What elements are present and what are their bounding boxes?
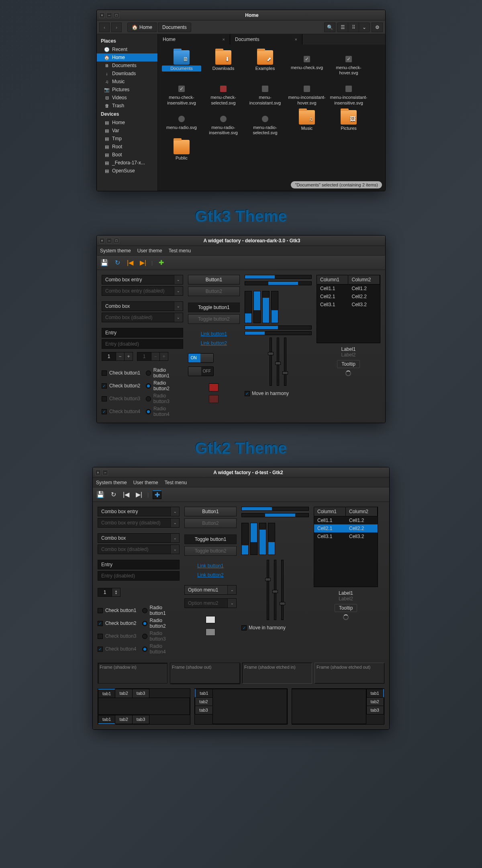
close-icon[interactable]: × [223, 37, 225, 42]
close-icon[interactable]: × [295, 37, 297, 42]
tree-view[interactable]: Column1Column2 Cell1.1Cell1.2Cell2.1Cell… [314, 507, 378, 587]
radio-icon[interactable] [146, 383, 151, 389]
tab-home[interactable]: Home× [158, 34, 230, 45]
equalizer[interactable] [245, 291, 312, 323]
slider-vertical[interactable] [274, 560, 276, 620]
minimize-icon[interactable]: – [106, 238, 112, 244]
file-item[interactable]: Public [162, 138, 201, 161]
chevron-down-icon[interactable]: ⌄ [170, 534, 179, 542]
check-radio-row[interactable]: Check button1Radio button1 [98, 604, 180, 617]
harmony-checkbox[interactable]: ✓Move in harmony [241, 625, 309, 631]
spin-button[interactable]: 1−+ [102, 352, 133, 361]
table-row[interactable]: Cell1.1Cell1.2 [317, 285, 380, 293]
tree-view[interactable]: Column1Column2 Cell1.1Cell1.2Cell2.1Cell… [317, 275, 380, 343]
slider-horizontal[interactable] [245, 326, 312, 330]
file-item[interactable]: ⬈Examples [245, 49, 285, 76]
switch-off[interactable]: OFF [188, 366, 214, 376]
table-row[interactable]: Cell2.1Cell2.2 [317, 293, 380, 301]
tab1[interactable]: tab1 [366, 689, 384, 698]
toggle-button1[interactable]: Toggle button1 [188, 303, 240, 312]
slider-vertical[interactable] [270, 338, 272, 386]
toggle-button1[interactable]: Toggle button1 [184, 534, 237, 544]
menu-test[interactable]: Test menu [165, 480, 187, 485]
add-icon[interactable]: ✚ [157, 258, 165, 267]
slider-vertical[interactable] [281, 560, 284, 620]
sidebar-device-opensuse[interactable]: ▤OpenSuse [97, 167, 157, 175]
add-icon[interactable]: ✚ [153, 490, 161, 499]
file-item[interactable]: 🖼Pictures [329, 108, 368, 136]
checkbox-icon[interactable]: ✓ [102, 383, 107, 389]
file-item[interactable]: menu-radio.svg [162, 108, 201, 136]
switch-on[interactable]: ON [188, 353, 214, 363]
sidebar-device-root[interactable]: ▤Root [97, 143, 157, 151]
menu-user-theme[interactable]: User theme [133, 480, 158, 485]
file-item[interactable]: menu-inconsistant-insensitive.svg [329, 78, 368, 106]
titlebar[interactable]: × – A widget factory - d-test - Gtk2 [93, 467, 389, 478]
color-button[interactable] [209, 383, 219, 391]
file-item[interactable]: 🗎Documents [162, 49, 201, 76]
button1[interactable]: Button1 [188, 275, 240, 285]
link-button1[interactable]: Link button1 [184, 562, 237, 569]
tab-documents[interactable]: Documents× [230, 34, 302, 45]
chevron-down-icon[interactable]: ⌄ [174, 302, 183, 311]
search-icon[interactable]: 🔍 [324, 23, 335, 32]
menu-system-theme[interactable]: System theme [96, 480, 127, 485]
file-item[interactable]: menu-inconsistant-hover.svg [287, 78, 327, 106]
titlebar[interactable]: × – □ A widget factory - delorean-dark-3… [97, 235, 385, 246]
checkbox-icon[interactable] [102, 371, 107, 376]
checkbox-icon[interactable]: ✓ [98, 621, 103, 626]
file-item[interactable]: menu-radio-insensitive.svg [204, 108, 243, 136]
file-item[interactable]: menu-check-hover.svg [329, 49, 368, 76]
sidebar-item-pictures[interactable]: 📷Pictures [97, 86, 157, 94]
menu-system-theme[interactable]: System theme [100, 248, 131, 254]
maximize-icon[interactable]: □ [114, 238, 119, 244]
tab2[interactable]: tab2 [115, 715, 132, 724]
option-menu1[interactable]: Option menu1⌄ [184, 585, 237, 595]
tab1[interactable]: tab1 [98, 715, 115, 724]
button1[interactable]: Button1 [184, 507, 237, 516]
combo-box[interactable]: Combo box⌄ [98, 533, 180, 543]
gear-icon[interactable]: ⚙ [372, 23, 383, 32]
slider-vertical[interactable] [277, 338, 279, 386]
first-icon[interactable]: |◀ [126, 258, 135, 267]
combo-box-entry[interactable]: Combo box entry⌄ [98, 507, 180, 516]
sidebar-device-boot[interactable]: ▤Boot [97, 151, 157, 159]
file-item[interactable]: menu-check.svg [287, 49, 327, 76]
tab3[interactable]: tab3 [195, 706, 212, 714]
check-radio-row[interactable]: ✓Check button2Radio button2 [98, 617, 180, 630]
minus-icon[interactable]: − [116, 352, 125, 361]
entry-field[interactable]: Entry [102, 328, 183, 338]
chevron-down-icon[interactable]: ⌄ [170, 507, 179, 516]
slider-horizontal[interactable] [245, 331, 312, 335]
sidebar-item-downloads[interactable]: ↓Downloads [97, 70, 157, 78]
back-button[interactable]: ‹ [99, 23, 110, 32]
close-icon[interactable]: × [99, 12, 105, 18]
maximize-icon[interactable]: □ [114, 12, 119, 18]
menu-test[interactable]: Test menu [169, 248, 191, 254]
sidebar-item-recent[interactable]: 🕓Recent [97, 45, 157, 53]
sidebar-item-documents[interactable]: 🗎Documents [97, 61, 157, 70]
entry-field[interactable]: Entry [98, 560, 180, 569]
table-row[interactable]: Cell2.1Cell2.2 [314, 524, 378, 532]
tab3[interactable]: tab3 [132, 689, 149, 698]
tab2[interactable]: tab2 [115, 689, 132, 698]
tab1[interactable]: tab1 [195, 689, 212, 698]
sidebar-item-music[interactable]: ♫Music [97, 78, 157, 86]
link-button2[interactable]: Link button2 [184, 571, 237, 579]
sidebar-item-trash[interactable]: 🗑Trash [97, 102, 157, 110]
refresh-icon[interactable]: ↻ [113, 258, 122, 267]
refresh-icon[interactable]: ↻ [109, 490, 118, 499]
file-item[interactable]: menu-radio-selected.svg [245, 108, 285, 136]
forward-button[interactable]: › [111, 23, 122, 32]
view-grid-icon[interactable]: ⠿ [348, 23, 359, 32]
link-button2[interactable]: Link button2 [188, 340, 240, 347]
sidebar-item-home[interactable]: 🏠Home [97, 53, 157, 61]
plus-icon[interactable]: + [124, 352, 133, 361]
close-icon[interactable]: × [95, 470, 101, 475]
file-item[interactable]: menu-check-insensitive.svg [162, 78, 201, 106]
radio-icon[interactable] [146, 371, 151, 376]
spin-buttons[interactable]: ▲▼ [112, 588, 120, 597]
last-icon[interactable]: ▶| [139, 258, 147, 267]
check-radio-row[interactable]: Check button1Radio button1 [102, 366, 183, 379]
combo-box-entry[interactable]: Combo box entry⌄ [102, 275, 183, 285]
